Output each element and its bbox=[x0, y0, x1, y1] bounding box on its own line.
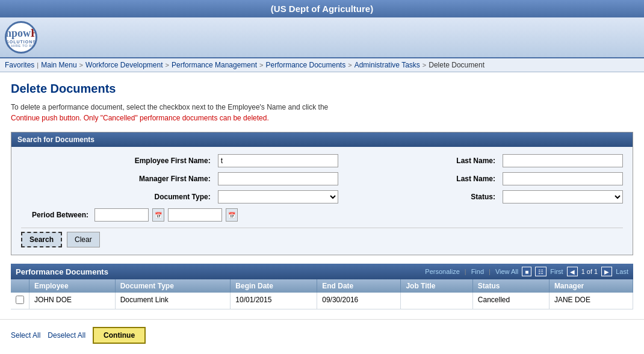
breadcrumb-nav: Favorites | Main Menu > Workforce Develo… bbox=[0, 58, 644, 72]
row-employee: JOHN DOE bbox=[29, 293, 116, 309]
deselect-all-link[interactable]: Deselect All bbox=[48, 331, 85, 340]
logo-tagline: FROM HIRE TO RETIRE bbox=[5, 44, 37, 48]
logo-area: EmpowHR SOLUTIONS FROM HIRE TO RETIRE bbox=[5, 21, 37, 54]
search-box-body: Employee First Name: Last Name: Manager … bbox=[11, 147, 633, 255]
nav-sep-2: > bbox=[79, 61, 83, 69]
search-box-header: Search for Documents bbox=[11, 132, 633, 147]
search-button[interactable]: Search bbox=[21, 232, 62, 247]
col-employee: Employee bbox=[29, 279, 116, 293]
desc-line1: To delete a performance document, select… bbox=[11, 103, 328, 111]
status-select[interactable]: Active Cancelled Completed In Progress bbox=[503, 190, 623, 203]
table-header-title: Performance Documents bbox=[16, 267, 108, 276]
last-label[interactable]: Last bbox=[616, 268, 628, 275]
employee-first-name-input[interactable] bbox=[218, 154, 338, 167]
table-row: JOHN DOE Document Link 10/01/2015 09/30/… bbox=[11, 293, 633, 309]
col-job-title: Job Title bbox=[401, 279, 472, 293]
status-label: Status: bbox=[343, 193, 498, 201]
nav-administrative-tasks[interactable]: Administrative Tasks bbox=[355, 61, 420, 69]
nav-sep-4: > bbox=[259, 61, 263, 69]
row-job-title bbox=[401, 293, 472, 309]
personalize-link[interactable]: Personalize bbox=[425, 268, 459, 275]
columns-button[interactable]: ☷ bbox=[535, 267, 546, 276]
manager-first-name-input[interactable] bbox=[218, 172, 338, 185]
nav-performance-management[interactable]: Performance Management bbox=[172, 61, 257, 69]
continue-button[interactable]: Continue bbox=[93, 327, 146, 344]
manager-last-name-label: Last Name: bbox=[343, 175, 498, 183]
grid-view-button[interactable]: ■ bbox=[522, 267, 531, 276]
manager-first-name-label: Manager First Name: bbox=[21, 175, 213, 183]
clear-button[interactable]: Clear bbox=[67, 232, 100, 247]
col-begin-date: Begin Date bbox=[231, 279, 317, 293]
employee-first-name-label: Employee First Name: bbox=[21, 157, 213, 165]
period-from-calendar-icon[interactable]: 📅 bbox=[152, 208, 164, 222]
period-from-input[interactable] bbox=[94, 208, 149, 222]
main-content: Delete Documents To delete a performance… bbox=[0, 72, 644, 319]
document-type-select[interactable]: Annual Review Mid-Year Review Document L… bbox=[218, 190, 338, 203]
col-checkbox bbox=[11, 279, 29, 293]
col-document-type: Document Type bbox=[115, 279, 231, 293]
row-select-checkbox[interactable] bbox=[16, 296, 24, 304]
page-banner: (US Dept of Agriculture) bbox=[0, 0, 644, 17]
manager-last-name-input[interactable] bbox=[503, 172, 623, 185]
desc-line2: Continue push button. Only "Cancelled" p… bbox=[11, 114, 269, 122]
search-button-row: Search Clear bbox=[21, 228, 623, 247]
documents-table: Employee Document Type Begin Date End Da… bbox=[11, 279, 633, 309]
row-manager: JANE DOE bbox=[549, 293, 633, 309]
row-begin-date: 10/01/2015 bbox=[231, 293, 317, 309]
page-info: 1 of 1 bbox=[581, 268, 598, 275]
nav-sep-6: > bbox=[423, 61, 426, 69]
prev-page-button[interactable]: ◀ bbox=[567, 267, 578, 276]
row-checkbox-cell bbox=[11, 293, 29, 309]
nav-current-page: Delete Document bbox=[429, 61, 485, 69]
logo-circle: EmpowHR SOLUTIONS FROM HIRE TO RETIRE bbox=[5, 21, 37, 54]
document-type-label: Document Type: bbox=[21, 193, 213, 201]
logo-bar: EmpowHR SOLUTIONS FROM HIRE TO RETIRE bbox=[0, 17, 644, 58]
search-grid: Employee First Name: Last Name: Manager … bbox=[21, 154, 623, 203]
first-label[interactable]: First bbox=[550, 268, 563, 275]
period-to-calendar-icon[interactable]: 📅 bbox=[226, 208, 238, 222]
nav-sep-1: | bbox=[37, 61, 39, 69]
page-title: Delete Documents bbox=[11, 82, 633, 96]
search-box: Search for Documents Employee First Name… bbox=[11, 132, 633, 255]
nav-favorites[interactable]: Favorites bbox=[5, 61, 34, 69]
period-between-row: Period Between: 📅 📅 bbox=[21, 208, 623, 222]
select-all-link[interactable]: Select All bbox=[11, 331, 40, 340]
col-end-date: End Date bbox=[317, 279, 401, 293]
page-description: To delete a performance document, select… bbox=[11, 102, 633, 123]
table-header-bar: Performance Documents Personalize | Find… bbox=[11, 264, 633, 279]
nav-sep-3: > bbox=[166, 61, 169, 69]
logo-hr: HR bbox=[31, 27, 37, 40]
employee-last-name-input[interactable] bbox=[503, 154, 623, 167]
employee-last-name-label: Last Name: bbox=[343, 157, 498, 165]
row-end-date: 09/30/2016 bbox=[317, 293, 401, 309]
bottom-bar: Select All Deselect All Continue bbox=[0, 319, 644, 351]
nav-workforce-development[interactable]: Workforce Development bbox=[85, 61, 163, 69]
banner-title: (US Dept of Agriculture) bbox=[271, 4, 373, 14]
col-manager: Manager bbox=[549, 279, 633, 293]
row-status: Cancelled bbox=[472, 293, 549, 309]
period-to-input[interactable] bbox=[168, 208, 222, 222]
nav-main-menu[interactable]: Main Menu bbox=[41, 61, 76, 69]
nav-sep-5: > bbox=[348, 61, 351, 69]
performance-documents-section: Performance Documents Personalize | Find… bbox=[11, 264, 633, 309]
col-status: Status bbox=[472, 279, 549, 293]
nav-performance-documents[interactable]: Performance Documents bbox=[265, 61, 345, 69]
view-all-link[interactable]: View All bbox=[495, 268, 518, 275]
period-between-label: Period Between: bbox=[31, 211, 91, 219]
find-link[interactable]: Find bbox=[471, 268, 484, 275]
table-nav-controls: Personalize | Find | View All ■ ☷ First … bbox=[425, 267, 628, 276]
row-document-type: Document Link bbox=[115, 293, 231, 309]
table-header-row: Employee Document Type Begin Date End Da… bbox=[11, 279, 633, 293]
next-page-button[interactable]: ▶ bbox=[601, 267, 612, 276]
logo-empow: Empow bbox=[5, 27, 31, 40]
logo-solutions: SOLUTIONS bbox=[5, 40, 37, 44]
